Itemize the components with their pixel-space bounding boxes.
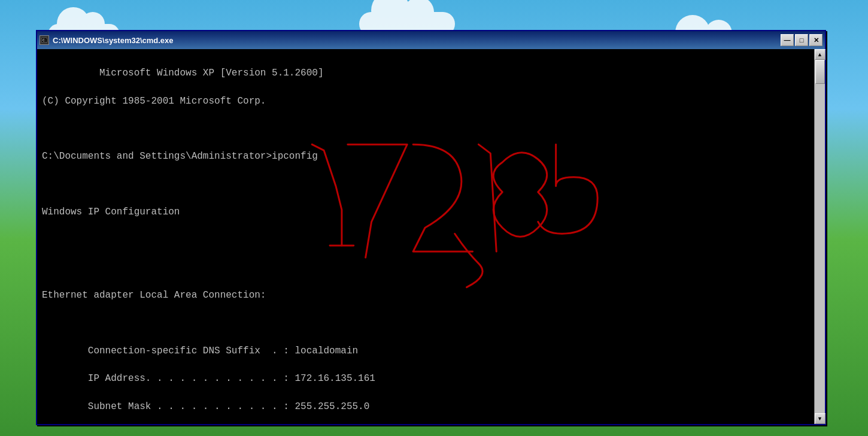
terminal-line-13: Subnet Mask . . . . . . . . . . . : 255.… — [42, 401, 369, 412]
cmd-window: C:\WINDOWS\system32\cmd.exe — □ ✕ Micros… — [36, 30, 826, 425]
title-bar: C:\WINDOWS\system32\cmd.exe — □ ✕ — [37, 31, 825, 49]
close-button[interactable]: ✕ — [809, 34, 823, 46]
terminal-line-2: (C) Copyright 1985-2001 Microsoft Corp. — [42, 96, 266, 107]
cmd-content[interactable]: Microsoft Windows XP [Version 5.1.2600] … — [37, 49, 814, 424]
scroll-up-button[interactable]: ▲ — [815, 49, 825, 60]
minimize-button[interactable]: — — [781, 34, 794, 46]
window-title: C:\WINDOWS\system32\cmd.exe — [53, 36, 777, 45]
terminal-output: Microsoft Windows XP [Version 5.1.2600] … — [42, 53, 809, 424]
window-controls: — □ ✕ — [781, 34, 823, 46]
terminal-line-9: Ethernet adapter Local Area Connection: — [42, 290, 266, 301]
terminal-line-4: C:\Documents and Settings\Administrator>… — [42, 151, 318, 162]
scrollbar[interactable]: ▲ ▼ — [814, 49, 825, 424]
desktop: C:\WINDOWS\system32\cmd.exe — □ ✕ Micros… — [0, 0, 868, 436]
scroll-thumb[interactable] — [815, 60, 825, 84]
terminal-line-1: Microsoft Windows XP [Version 5.1.2600] — [99, 68, 323, 78]
terminal-line-11: Connection-specific DNS Suffix . : local… — [42, 346, 358, 356]
scroll-down-button[interactable]: ▼ — [815, 413, 825, 424]
cmd-window-icon — [40, 35, 49, 45]
terminal-line-6: Windows IP Configuration — [42, 207, 180, 217]
maximize-button[interactable]: □ — [795, 34, 808, 46]
terminal-line-12: IP Address. . . . . . . . . . . . : 172.… — [42, 373, 375, 384]
cmd-icon-inner — [41, 38, 47, 43]
scroll-track[interactable] — [815, 60, 825, 413]
cmd-body: Microsoft Windows XP [Version 5.1.2600] … — [37, 49, 825, 424]
